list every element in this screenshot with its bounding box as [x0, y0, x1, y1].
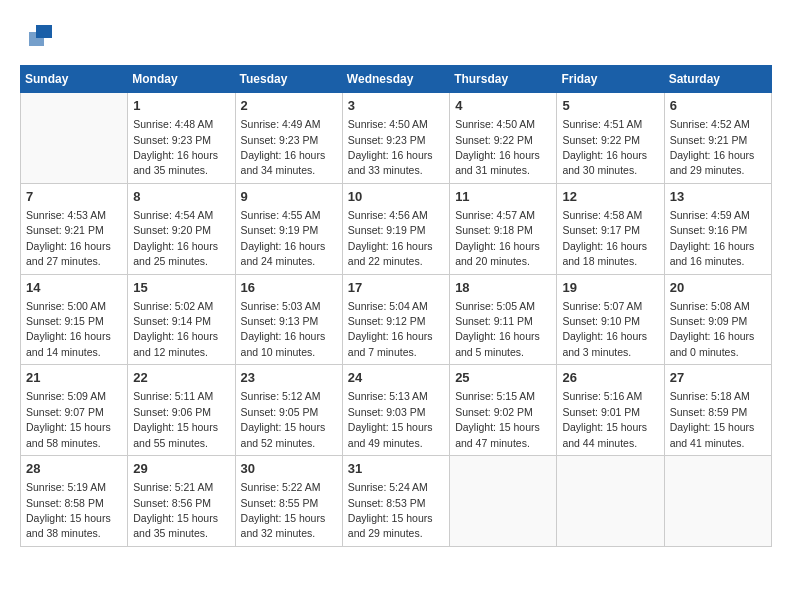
day-number: 19 — [562, 279, 658, 297]
calendar-cell: 6 Sunrise: 4:52 AMSunset: 9:21 PMDayligh… — [664, 93, 771, 184]
day-number: 24 — [348, 369, 444, 387]
day-number: 13 — [670, 188, 766, 206]
day-number: 20 — [670, 279, 766, 297]
page-header — [20, 20, 772, 55]
calendar-cell: 16 Sunrise: 5:03 AMSunset: 9:13 PMDaylig… — [235, 274, 342, 365]
day-number: 28 — [26, 460, 122, 478]
day-info: Sunrise: 5:08 AMSunset: 9:09 PMDaylight:… — [670, 300, 755, 358]
calendar-cell — [664, 456, 771, 547]
calendar-cell: 19 Sunrise: 5:07 AMSunset: 9:10 PMDaylig… — [557, 274, 664, 365]
day-number: 14 — [26, 279, 122, 297]
header-sunday: Sunday — [21, 66, 128, 93]
day-info: Sunrise: 5:21 AMSunset: 8:56 PMDaylight:… — [133, 481, 218, 539]
calendar-cell: 17 Sunrise: 5:04 AMSunset: 9:12 PMDaylig… — [342, 274, 449, 365]
calendar-cell: 2 Sunrise: 4:49 AMSunset: 9:23 PMDayligh… — [235, 93, 342, 184]
day-number: 15 — [133, 279, 229, 297]
calendar-cell — [450, 456, 557, 547]
day-info: Sunrise: 5:03 AMSunset: 9:13 PMDaylight:… — [241, 300, 326, 358]
svg-marker-1 — [29, 32, 44, 46]
day-info: Sunrise: 4:54 AMSunset: 9:20 PMDaylight:… — [133, 209, 218, 267]
day-info: Sunrise: 4:55 AMSunset: 9:19 PMDaylight:… — [241, 209, 326, 267]
calendar-cell: 4 Sunrise: 4:50 AMSunset: 9:22 PMDayligh… — [450, 93, 557, 184]
day-number: 3 — [348, 97, 444, 115]
day-number: 1 — [133, 97, 229, 115]
day-info: Sunrise: 5:18 AMSunset: 8:59 PMDaylight:… — [670, 390, 755, 448]
day-info: Sunrise: 5:15 AMSunset: 9:02 PMDaylight:… — [455, 390, 540, 448]
day-info: Sunrise: 4:59 AMSunset: 9:16 PMDaylight:… — [670, 209, 755, 267]
calendar-cell: 15 Sunrise: 5:02 AMSunset: 9:14 PMDaylig… — [128, 274, 235, 365]
day-number: 17 — [348, 279, 444, 297]
header-monday: Monday — [128, 66, 235, 93]
calendar-cell — [21, 93, 128, 184]
header-thursday: Thursday — [450, 66, 557, 93]
calendar-cell: 20 Sunrise: 5:08 AMSunset: 9:09 PMDaylig… — [664, 274, 771, 365]
day-number: 12 — [562, 188, 658, 206]
day-info: Sunrise: 4:52 AMSunset: 9:21 PMDaylight:… — [670, 118, 755, 176]
day-number: 5 — [562, 97, 658, 115]
calendar-cell: 3 Sunrise: 4:50 AMSunset: 9:23 PMDayligh… — [342, 93, 449, 184]
day-number: 18 — [455, 279, 551, 297]
day-info: Sunrise: 4:48 AMSunset: 9:23 PMDaylight:… — [133, 118, 218, 176]
calendar-cell: 28 Sunrise: 5:19 AMSunset: 8:58 PMDaylig… — [21, 456, 128, 547]
calendar-cell: 21 Sunrise: 5:09 AMSunset: 9:07 PMDaylig… — [21, 365, 128, 456]
calendar-cell: 25 Sunrise: 5:15 AMSunset: 9:02 PMDaylig… — [450, 365, 557, 456]
day-info: Sunrise: 4:56 AMSunset: 9:19 PMDaylight:… — [348, 209, 433, 267]
day-number: 6 — [670, 97, 766, 115]
day-info: Sunrise: 4:50 AMSunset: 9:23 PMDaylight:… — [348, 118, 433, 176]
day-number: 2 — [241, 97, 337, 115]
header-friday: Friday — [557, 66, 664, 93]
header-saturday: Saturday — [664, 66, 771, 93]
calendar-cell: 31 Sunrise: 5:24 AMSunset: 8:53 PMDaylig… — [342, 456, 449, 547]
calendar-cell: 18 Sunrise: 5:05 AMSunset: 9:11 PMDaylig… — [450, 274, 557, 365]
calendar-cell: 14 Sunrise: 5:00 AMSunset: 9:15 PMDaylig… — [21, 274, 128, 365]
calendar-cell — [557, 456, 664, 547]
day-number: 21 — [26, 369, 122, 387]
day-number: 23 — [241, 369, 337, 387]
day-info: Sunrise: 5:09 AMSunset: 9:07 PMDaylight:… — [26, 390, 111, 448]
day-info: Sunrise: 5:11 AMSunset: 9:06 PMDaylight:… — [133, 390, 218, 448]
logo-icon — [24, 20, 54, 50]
day-number: 27 — [670, 369, 766, 387]
day-number: 8 — [133, 188, 229, 206]
calendar-cell: 11 Sunrise: 4:57 AMSunset: 9:18 PMDaylig… — [450, 183, 557, 274]
calendar-header-row: SundayMondayTuesdayWednesdayThursdayFrid… — [21, 66, 772, 93]
calendar-week-3: 21 Sunrise: 5:09 AMSunset: 9:07 PMDaylig… — [21, 365, 772, 456]
header-tuesday: Tuesday — [235, 66, 342, 93]
calendar-cell: 8 Sunrise: 4:54 AMSunset: 9:20 PMDayligh… — [128, 183, 235, 274]
calendar-cell: 10 Sunrise: 4:56 AMSunset: 9:19 PMDaylig… — [342, 183, 449, 274]
day-info: Sunrise: 4:50 AMSunset: 9:22 PMDaylight:… — [455, 118, 540, 176]
header-wednesday: Wednesday — [342, 66, 449, 93]
day-info: Sunrise: 4:49 AMSunset: 9:23 PMDaylight:… — [241, 118, 326, 176]
day-number: 25 — [455, 369, 551, 387]
calendar-cell: 29 Sunrise: 5:21 AMSunset: 8:56 PMDaylig… — [128, 456, 235, 547]
day-info: Sunrise: 5:16 AMSunset: 9:01 PMDaylight:… — [562, 390, 647, 448]
calendar-table: SundayMondayTuesdayWednesdayThursdayFrid… — [20, 65, 772, 547]
calendar-cell: 12 Sunrise: 4:58 AMSunset: 9:17 PMDaylig… — [557, 183, 664, 274]
day-info: Sunrise: 4:53 AMSunset: 9:21 PMDaylight:… — [26, 209, 111, 267]
day-number: 4 — [455, 97, 551, 115]
day-number: 10 — [348, 188, 444, 206]
calendar-cell: 23 Sunrise: 5:12 AMSunset: 9:05 PMDaylig… — [235, 365, 342, 456]
day-number: 30 — [241, 460, 337, 478]
day-info: Sunrise: 5:19 AMSunset: 8:58 PMDaylight:… — [26, 481, 111, 539]
calendar-cell: 5 Sunrise: 4:51 AMSunset: 9:22 PMDayligh… — [557, 93, 664, 184]
calendar-cell: 7 Sunrise: 4:53 AMSunset: 9:21 PMDayligh… — [21, 183, 128, 274]
day-info: Sunrise: 4:51 AMSunset: 9:22 PMDaylight:… — [562, 118, 647, 176]
day-info: Sunrise: 5:24 AMSunset: 8:53 PMDaylight:… — [348, 481, 433, 539]
calendar-cell: 22 Sunrise: 5:11 AMSunset: 9:06 PMDaylig… — [128, 365, 235, 456]
calendar-cell: 30 Sunrise: 5:22 AMSunset: 8:55 PMDaylig… — [235, 456, 342, 547]
day-number: 22 — [133, 369, 229, 387]
day-number: 9 — [241, 188, 337, 206]
calendar-cell: 13 Sunrise: 4:59 AMSunset: 9:16 PMDaylig… — [664, 183, 771, 274]
day-number: 29 — [133, 460, 229, 478]
day-number: 11 — [455, 188, 551, 206]
day-number: 7 — [26, 188, 122, 206]
calendar-week-2: 14 Sunrise: 5:00 AMSunset: 9:15 PMDaylig… — [21, 274, 772, 365]
calendar-cell: 27 Sunrise: 5:18 AMSunset: 8:59 PMDaylig… — [664, 365, 771, 456]
logo — [20, 20, 54, 55]
day-info: Sunrise: 5:05 AMSunset: 9:11 PMDaylight:… — [455, 300, 540, 358]
calendar-week-4: 28 Sunrise: 5:19 AMSunset: 8:58 PMDaylig… — [21, 456, 772, 547]
calendar-week-0: 1 Sunrise: 4:48 AMSunset: 9:23 PMDayligh… — [21, 93, 772, 184]
calendar-cell: 24 Sunrise: 5:13 AMSunset: 9:03 PMDaylig… — [342, 365, 449, 456]
day-number: 26 — [562, 369, 658, 387]
